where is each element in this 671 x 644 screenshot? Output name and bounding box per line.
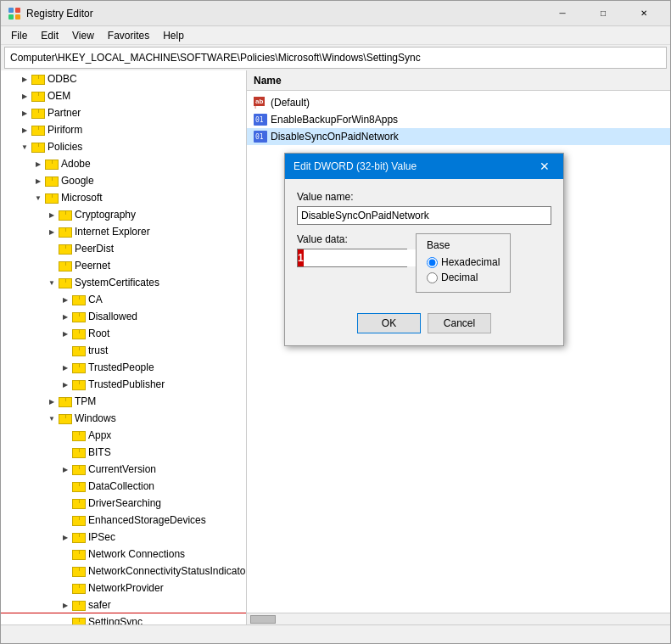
hex-radio-row: Hexadecimal bbox=[427, 256, 500, 268]
base-section: Base Hexadecimal Decimal bbox=[416, 233, 511, 293]
dialog-title-bar: Edit DWORD (32-bit) Value ✕ bbox=[285, 154, 563, 179]
dialog-body: Value name: Value data: 1 Base Hexadecim… bbox=[285, 179, 563, 310]
dialog-data-row: Value data: 1 Base Hexadecimal Decimal bbox=[297, 233, 551, 293]
dialog-overlay: Edit DWORD (32-bit) Value ✕ Value name: … bbox=[0, 0, 671, 644]
dec-radio-row: Decimal bbox=[427, 272, 500, 283]
value-name-label: Value name: bbox=[297, 191, 551, 203]
hex-radio[interactable] bbox=[427, 257, 438, 268]
value-input-container: 1 bbox=[297, 249, 407, 267]
edit-dword-dialog: Edit DWORD (32-bit) Value ✕ Value name: … bbox=[284, 153, 564, 346]
dialog-close-button[interactable]: ✕ bbox=[534, 156, 555, 176]
hex-label: Hexadecimal bbox=[441, 256, 500, 268]
cancel-button[interactable]: Cancel bbox=[428, 313, 491, 333]
dialog-buttons: OK Cancel bbox=[285, 310, 563, 345]
dec-radio[interactable] bbox=[427, 272, 438, 283]
ok-button[interactable]: OK bbox=[357, 313, 421, 333]
value-data-section: Value data: 1 bbox=[297, 233, 407, 293]
dec-label: Decimal bbox=[441, 272, 478, 283]
value-highlight: 1 bbox=[298, 249, 304, 266]
base-title: Base bbox=[427, 239, 500, 251]
value-data-label: Value data: bbox=[297, 233, 407, 245]
dialog-title-text: Edit DWORD (32-bit) Value bbox=[294, 160, 534, 172]
value-name-input[interactable] bbox=[297, 206, 551, 225]
